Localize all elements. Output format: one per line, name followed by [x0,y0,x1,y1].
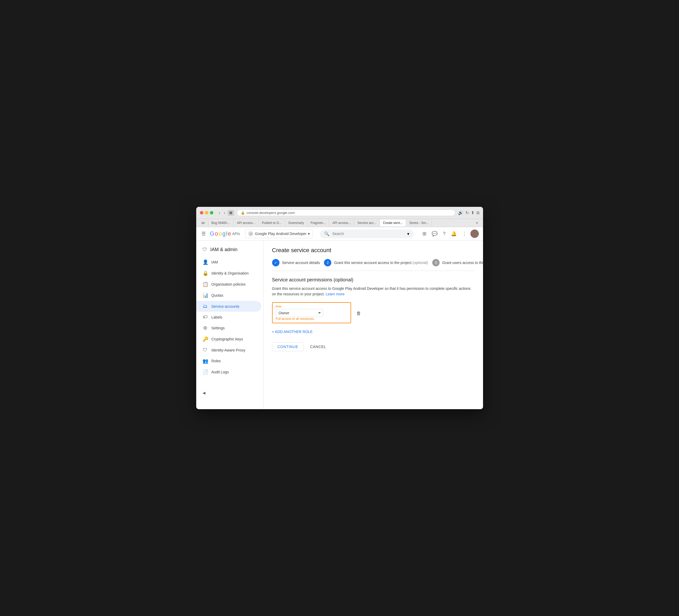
role-label: Role [276,305,347,308]
tab-stores[interactable]: Stores - Sm... [406,219,432,226]
add-tab-button[interactable]: + [473,219,481,227]
logo-e: e [228,230,231,237]
continue-button[interactable]: CONTINUE [272,342,304,351]
tab-service-acc[interactable]: Service acc... [354,219,380,226]
stepper: ✓ Service account details 2 Grant this s… [272,259,475,271]
role-row-container: Role Owner Editor Viewer Full access to … [272,302,475,326]
new-window-icon[interactable]: ⧉ [477,211,479,215]
delete-role-button[interactable]: 🗑 [355,310,362,317]
tab-create-service[interactable]: Create servi... [380,219,406,226]
quotas-icon: 📊 [202,292,208,298]
action-buttons: CONTINUE CANCEL [272,342,475,351]
sidebar-item-label-service-accounts: Service accounts [212,304,240,309]
logo-o2: o [219,230,222,237]
tab-api1[interactable]: API access... [234,219,259,226]
sidebar-item-crypto-keys[interactable]: 🔑 Cryptographic keys [196,334,261,345]
logo-o1: o [215,230,218,237]
sidebar-item-label-audit-logs: Audit Logs [212,370,229,374]
sidebar-item-label-identity-proxy: Identity-Aware Proxy [212,348,246,352]
sidebar-title: IAM & admin [211,247,237,252]
roles-icon: 👥 [202,358,208,364]
sidebar-item-audit-logs[interactable]: 📄 Audit Logs [196,367,261,377]
tab-grammarly[interactable]: Grammarly [285,219,308,226]
tab-publish[interactable]: Publish to G... [259,219,285,226]
search-input[interactable] [332,232,405,236]
tab-row: de Bug 59400:... API access... Publish t… [196,219,483,227]
cancel-button[interactable]: CANCEL [306,342,330,351]
forward-button[interactable]: › [223,210,227,216]
apis-label: APIs [232,232,240,236]
section-description: Grant this service account access to Goo… [272,286,475,297]
step-1: ✓ Service account details [272,259,320,266]
header-right: ⊞ 💬 ? 🔔 ⋮ [421,229,479,238]
section-title: Service account permissions (optional) [272,277,475,283]
sound-icon[interactable]: 🔊 [458,210,463,215]
sidebar-item-identity[interactable]: 🔒 Identity & Organisation [196,268,261,279]
lock-icon: 🔒 [241,211,245,215]
maximize-button[interactable] [210,211,213,214]
labels-icon: 🏷 [202,314,208,320]
hamburger-menu-button[interactable]: ☰ [200,230,207,238]
chat-icon[interactable]: 💬 [430,229,439,238]
sidebar-item-identity-proxy[interactable]: 🛡 Identity-Aware Proxy [196,345,261,356]
role-select[interactable]: Owner Editor Viewer [276,309,323,317]
tab-fragment[interactable]: Fragmen... [308,219,329,226]
sidebar-collapse-button[interactable]: ◀ [196,388,263,398]
header-search[interactable]: 🔍 ▾ [320,229,414,238]
role-hint: Full access to all resources. [276,317,347,321]
sidebar-item-roles[interactable]: 👥 Roles [196,356,261,367]
tab-de[interactable]: de [198,219,208,226]
address-bar[interactable]: 🔒 console.developers.google.com [237,210,455,216]
logo-l: l [226,230,227,237]
step-2-circle: 2 [324,259,331,266]
reload-icon[interactable]: ↻ [465,210,469,215]
identity-proxy-icon: 🛡 [202,347,208,353]
sidebar-item-service-accounts[interactable]: 🗂 Service accounts [196,301,261,312]
iam-person-icon: 👤 [202,259,208,265]
more-options-icon[interactable]: ⋮ [460,229,468,238]
traffic-lights [200,211,213,214]
permissions-section: Service account permissions (optional) G… [272,277,475,351]
logo-g2: g [222,230,225,237]
title-bar: ‹ › ⊞ 🔒 console.developers.google.com 🔊 … [196,207,483,219]
google-logo[interactable]: Google APIs [210,230,240,237]
tab-bug[interactable]: Bug 59400:... [208,219,234,226]
sidebar-item-label-iam: IAM [212,260,218,264]
google-header: ☰ Google APIs ⬡ Google Play Android Deve… [196,227,483,241]
sidebar-item-label-roles: Roles [212,359,221,363]
tab-api2[interactable]: API access... [329,219,354,226]
sidebar-item-quotas[interactable]: 📊 Quotas [196,290,261,301]
apps-icon[interactable]: ⊞ [421,229,428,238]
sidebar-item-label-quotas: Quotas [212,293,223,298]
user-avatar[interactable] [471,229,479,238]
add-role-label: + ADD ANOTHER ROLE [272,330,313,334]
service-accounts-icon: 🗂 [202,304,208,309]
close-button[interactable] [200,211,203,214]
sidebar-item-settings[interactable]: ⚙ Settings [196,322,261,334]
sidebar-item-iam[interactable]: 👤 IAM [196,257,261,268]
role-container: Role Owner Editor Viewer Full access to … [272,302,351,323]
search-icon: 🔍 [324,231,329,236]
iam-shield-icon: 🛡 [202,247,207,252]
browser-actions: 🔊 ↻ ⬆ ⧉ [458,210,479,215]
add-another-role-button[interactable]: + ADD ANOTHER ROLE [272,328,313,336]
settings-gear-icon: ⚙ [202,325,208,331]
learn-more-link[interactable]: Learn more [326,292,345,296]
step-3: 3 Grant users access to this service acc… [432,259,483,266]
main-layout: 🛡 IAM & admin 👤 IAM 🔒 Identity & Organis… [196,241,483,409]
sidebar-item-org-policies[interactable]: 📋 Organisation policies [196,279,261,290]
help-icon[interactable]: ? [441,229,447,238]
project-selector[interactable]: ⬡ Google Play Android Developer ▾ [245,229,313,238]
minimize-button[interactable] [205,211,208,214]
sidebar-bottom: ◀ [196,388,263,398]
sidebar-item-label-labels: Labels [212,315,222,319]
sidebar-item-label-crypto-keys: Cryptographic keys [212,337,243,341]
notifications-icon[interactable]: 🔔 [449,229,458,238]
step-3-label: Grant users access to this service accou… [442,260,483,265]
tab-overview-button[interactable]: ⊞ [228,210,234,216]
back-button[interactable]: ‹ [218,210,222,216]
share-icon[interactable]: ⬆ [471,210,474,215]
sidebar-item-labels[interactable]: 🏷 Labels [196,312,261,322]
audit-logs-icon: 📄 [202,369,208,375]
org-policies-icon: 📋 [202,281,208,287]
